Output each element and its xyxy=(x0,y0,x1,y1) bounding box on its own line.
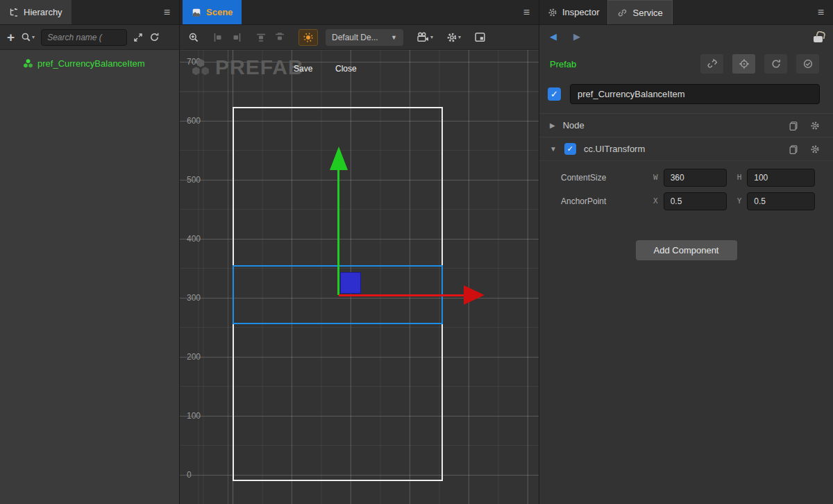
prefab-save-button[interactable]: Save xyxy=(294,64,312,74)
anchor-point-y-input[interactable] xyxy=(747,192,815,210)
search-input[interactable] xyxy=(41,29,127,46)
align-right-icon[interactable] xyxy=(231,32,242,43)
scene-light-toggle[interactable] xyxy=(298,29,318,46)
hierarchy-tree: pref_CurrencyBalanceItem xyxy=(0,50,179,504)
uitransform-enabled-checkbox[interactable]: ✓ xyxy=(564,143,576,155)
prefab-row: Prefab xyxy=(539,48,833,80)
align-bottom-icon[interactable] xyxy=(274,32,285,43)
uitransform-docs-icon[interactable] xyxy=(789,144,798,154)
add-component-button[interactable]: Add Component xyxy=(636,240,737,260)
content-size-row: ContentSize W H xyxy=(539,167,833,187)
inspector-tabbar: Inspector Service ≡ xyxy=(539,0,833,25)
inspector-panel: Inspector Service ≡ ◀ ▶ Prefab xyxy=(539,0,833,504)
content-size-width-input[interactable] xyxy=(664,169,727,187)
hierarchy-panel: Hierarchy ≡ + ▾ xyxy=(0,0,179,504)
hierarchy-menu-icon[interactable]: ≡ xyxy=(155,7,179,18)
layout-split-icon[interactable] xyxy=(474,31,486,43)
prefab-locate-button[interactable] xyxy=(732,54,755,74)
tab-hierarchy-label: Hierarchy xyxy=(24,7,62,17)
node-name-row: ✓ xyxy=(539,80,833,113)
history-back-button[interactable]: ◀ xyxy=(550,31,557,42)
node-active-checkbox[interactable]: ✓ xyxy=(548,87,561,101)
camera-settings-button[interactable]: ▾ xyxy=(416,32,433,42)
anchor-point-row: AnchorPoint X Y xyxy=(539,191,833,211)
node-header-icons xyxy=(789,121,820,131)
history-forward-button[interactable]: ▶ xyxy=(573,31,580,42)
ruler-label: 200 xyxy=(187,352,201,362)
prefab-apply-button[interactable] xyxy=(796,54,819,74)
uitransform-settings-gear-icon[interactable] xyxy=(810,144,820,154)
node-collapse-icon[interactable]: ▶ xyxy=(550,121,555,129)
tab-inspector-label: Inspector xyxy=(562,7,599,17)
tab-hierarchy[interactable]: Hierarchy xyxy=(0,0,71,24)
hierarchy-item-label: pref_CurrencyBalanceItem xyxy=(37,58,145,69)
ruler-label: 0 xyxy=(187,470,192,480)
service-link-icon xyxy=(617,8,628,18)
width-key-label: W xyxy=(653,173,658,182)
view-mode-dropdown[interactable]: Default De... ▼ xyxy=(326,29,403,46)
node-section-header[interactable]: ▶ Node xyxy=(539,113,833,137)
add-node-button[interactable]: + xyxy=(7,30,15,45)
scene-toolbar: Default De... ▼ ▾ ▾ xyxy=(180,25,539,50)
uitransform-collapse-icon[interactable]: ▼ xyxy=(550,145,557,153)
prefab-watermark: PREFAB xyxy=(191,56,304,79)
node-docs-icon[interactable] xyxy=(789,121,798,131)
anchor-y-key-label: Y xyxy=(737,196,742,205)
gizmo-x-axis[interactable] xyxy=(339,294,464,296)
tab-scene[interactable]: Scene xyxy=(183,0,242,24)
prefab-label: Prefab xyxy=(550,59,576,69)
node-section-label: Node xyxy=(563,120,584,131)
hierarchy-item-prefab-root[interactable]: pref_CurrencyBalanceItem xyxy=(0,56,179,72)
gizmo-y-axis[interactable] xyxy=(337,169,339,295)
hierarchy-tree-icon xyxy=(9,8,19,17)
expand-all-icon[interactable] xyxy=(133,33,143,42)
node-settings-gear-icon[interactable] xyxy=(810,121,820,131)
inspector-gear-icon xyxy=(548,8,557,17)
uitransform-header-icons xyxy=(789,144,820,154)
scene-menu-icon[interactable]: ≡ xyxy=(514,7,539,18)
gizmo-x-axis-arrowhead-icon[interactable] xyxy=(464,285,485,305)
scene-gear-button[interactable]: ▾ xyxy=(446,32,461,43)
view-mode-value: Default De... xyxy=(332,33,378,42)
scene-viewport[interactable]: 700 600 500 400 300 200 100 0 PREFAB Sav… xyxy=(180,50,539,504)
prefab-watermark-label: PREFAB xyxy=(215,56,304,79)
dropdown-arrow-icon: ▼ xyxy=(391,34,397,41)
camera-caret-icon: ▾ xyxy=(430,34,433,40)
inspector-nav-row: ◀ ▶ xyxy=(539,25,833,48)
scene-panel: Scene ≡ xyxy=(179,0,539,504)
anchor-x-key-label: X xyxy=(653,196,658,205)
node-name-input[interactable] xyxy=(570,84,820,104)
refresh-icon[interactable] xyxy=(149,32,160,42)
editor-window: Hierarchy ≡ + ▾ xyxy=(0,0,833,504)
anchor-point-x-input[interactable] xyxy=(664,192,727,210)
uitransform-header[interactable]: ▼ ✓ cc.UITransform xyxy=(539,137,833,160)
tab-scene-label: Scene xyxy=(206,7,233,17)
lock-icon[interactable] xyxy=(814,36,823,42)
gizmo-y-axis-arrowhead-icon[interactable] xyxy=(330,146,348,170)
content-size-height-input[interactable] xyxy=(747,169,815,187)
hierarchy-tabbar: Hierarchy ≡ xyxy=(0,0,179,25)
tab-service[interactable]: Service xyxy=(607,0,672,24)
prefab-close-button[interactable]: Close xyxy=(335,64,357,74)
ruler-label: 300 xyxy=(187,293,201,303)
search-filter-button[interactable]: ▾ xyxy=(21,32,35,42)
align-left-icon[interactable] xyxy=(212,32,224,43)
ruler-label: 100 xyxy=(187,411,201,421)
search-filter-caret-icon: ▾ xyxy=(32,34,35,40)
ruler-label: 500 xyxy=(187,175,201,185)
hierarchy-toolbar: + ▾ xyxy=(0,25,179,50)
scene-tabbar: Scene ≡ xyxy=(180,0,539,25)
uitransform-body: ContentSize W H AnchorPoint X Y xyxy=(539,160,833,215)
gizmo-anchor-handle[interactable] xyxy=(340,272,361,294)
tab-inspector[interactable]: Inspector xyxy=(539,0,607,24)
gear-caret-icon: ▾ xyxy=(458,34,461,40)
prefab-unlink-button[interactable] xyxy=(700,54,723,74)
tab-service-label: Service xyxy=(632,8,662,18)
prefab-restore-button[interactable] xyxy=(764,54,787,74)
uitransform-label: cc.UITransform xyxy=(584,144,645,154)
prefab-cubes-icon xyxy=(23,58,33,69)
prefab-watermark-cubes-icon xyxy=(191,58,210,77)
zoom-in-icon[interactable] xyxy=(188,32,199,43)
align-top-icon[interactable] xyxy=(255,32,267,43)
inspector-menu-icon[interactable]: ≡ xyxy=(809,7,833,18)
